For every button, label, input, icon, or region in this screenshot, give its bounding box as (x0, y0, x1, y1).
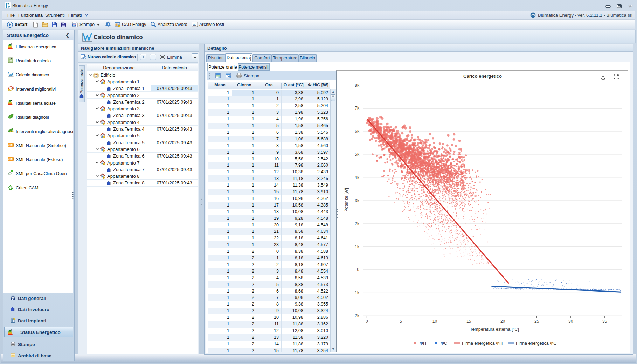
svg-text:7k: 7k (355, 106, 360, 111)
svg-text:15: 15 (466, 319, 471, 324)
svg-text:25: 25 (534, 319, 539, 324)
svg-text:1k: 1k (355, 244, 360, 249)
svg-text:6k: 6k (355, 129, 360, 134)
svg-text:20: 20 (500, 319, 505, 324)
svg-text:4k: 4k (355, 175, 360, 180)
svg-text:Carico energetico: Carico energetico (463, 74, 502, 79)
svg-text:ΦC: ΦC (441, 341, 447, 346)
svg-text:Temperatura esterna [°C]: Temperatura esterna [°C] (470, 327, 519, 332)
svg-text:XML: XML (8, 144, 14, 147)
svg-text:8k: 8k (355, 83, 360, 88)
svg-text:5k: 5k (355, 152, 360, 157)
svg-text:3k: 3k (355, 198, 360, 203)
svg-text:0: 0 (357, 267, 359, 272)
svg-text:Firma energetica ΦC: Firma energetica ΦC (516, 341, 556, 346)
svg-text:ab: ab (193, 23, 196, 26)
svg-text:W: W (73, 23, 76, 27)
svg-text:10: 10 (432, 319, 437, 324)
svg-text:-1k: -1k (353, 290, 360, 295)
svg-text:ΦH: ΦH (420, 341, 426, 346)
svg-text:Firma energetica ΦH: Firma energetica ΦH (462, 341, 503, 346)
svg-text:Potenze [W]: Potenze [W] (344, 188, 349, 212)
svg-text:5: 5 (400, 319, 402, 324)
svg-text:35: 35 (602, 319, 607, 324)
svg-text:0: 0 (366, 319, 368, 324)
svg-text:XML: XML (8, 158, 14, 161)
svg-text:2k: 2k (355, 221, 360, 226)
svg-text:-2k: -2k (353, 313, 360, 318)
svg-text:30: 30 (568, 319, 573, 324)
